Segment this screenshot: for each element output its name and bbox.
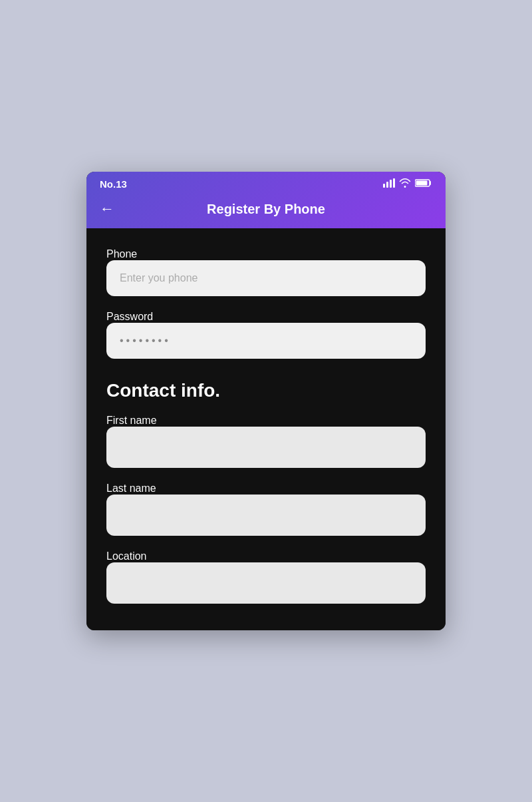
last-name-label: Last name: [106, 483, 156, 494]
form-content: Phone Password Contact info. First name …: [86, 228, 446, 630]
location-input[interactable]: [106, 562, 426, 604]
phone-label: Phone: [106, 248, 137, 260]
wifi-icon: [399, 178, 411, 190]
location-label: Location: [106, 550, 147, 562]
svg-rect-2: [390, 180, 392, 188]
password-input[interactable]: [106, 323, 426, 359]
phone-input[interactable]: [106, 260, 426, 296]
password-label: Password: [106, 311, 153, 322]
battery-icon: [415, 178, 432, 190]
phone-frame: No.13: [86, 172, 446, 630]
svg-rect-5: [416, 181, 428, 186]
last-name-input[interactable]: [106, 495, 426, 536]
status-icons: [383, 178, 432, 190]
status-no: No.13: [100, 178, 127, 190]
svg-rect-0: [383, 184, 385, 188]
status-bar: No.13: [86, 172, 446, 194]
back-button[interactable]: ←: [100, 202, 114, 216]
page-title: Register By Phone: [207, 202, 325, 217]
first-name-label: First name: [106, 415, 157, 426]
first-name-input[interactable]: [106, 427, 426, 468]
section-title: Contact info.: [106, 380, 426, 401]
svg-rect-3: [393, 178, 395, 188]
header: No.13: [86, 172, 446, 228]
svg-rect-1: [386, 182, 388, 188]
signal-icon: [383, 178, 395, 190]
nav-bar: ← Register By Phone: [86, 194, 446, 228]
